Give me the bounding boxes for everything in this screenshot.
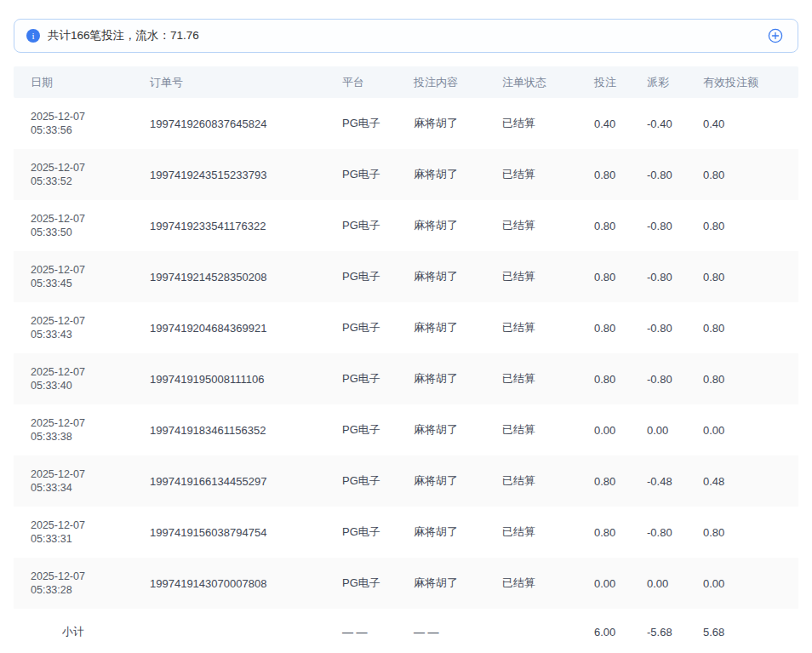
cell-platform: PG电子 (325, 353, 397, 404)
cell-date: 2025-12-07 05:33:45 (14, 251, 133, 302)
cell-bet: 0.80 (577, 200, 630, 251)
cell-payout: -0.80 (630, 302, 686, 353)
cell-order-no: 1997419195008111106 (133, 353, 325, 404)
cell-date: 2025-12-07 05:33:38 (14, 404, 133, 455)
cell-valid-bet: 0.48 (686, 455, 798, 507)
table-header: 日期 订单号 平台 投注内容 注单状态 投注 派彩 有效投注额 (14, 66, 798, 98)
table-row: 2025-12-07 05:33:52 1997419243515233793 … (14, 149, 798, 200)
cell-date-time: 05:33:43 (31, 328, 133, 341)
cell-date: 2025-12-07 05:33:34 (14, 455, 133, 507)
table-row: 2025-12-07 05:33:34 1997419166134455297 … (14, 455, 798, 507)
cell-order-no: 1997419183461156352 (133, 404, 325, 455)
subtotal-row: 小计 — — — — 6.00 -5.68 5.68 (14, 609, 798, 653)
summary-text: 共计166笔投注，流水：71.76 (48, 28, 767, 43)
cell-date-day: 2025-12-07 (31, 110, 133, 123)
cell-bet: 0.80 (577, 149, 630, 200)
cell-order-no: 1997419260837645824 (133, 98, 325, 149)
subtotal-platform: — — (325, 609, 397, 653)
table-row: 2025-12-07 05:33:40 1997419195008111106 … (14, 353, 798, 404)
cell-valid-bet: 0.80 (686, 302, 798, 353)
cell-date-time: 05:33:40 (31, 379, 133, 392)
cell-date-time: 05:33:38 (31, 430, 133, 444)
cell-bet: 0.80 (577, 455, 630, 507)
cell-status: 已结算 (485, 302, 577, 353)
cell-content: 麻将胡了 (397, 200, 485, 251)
table-row: 2025-12-07 05:33:50 1997419233541176322 … (14, 200, 798, 251)
cell-date: 2025-12-07 05:33:31 (14, 507, 133, 558)
table-body: 2025-12-07 05:33:56 1997419260837645824 … (14, 98, 798, 609)
cell-date: 2025-12-07 05:33:28 (14, 558, 133, 609)
plus-circle-icon[interactable] (767, 27, 784, 44)
cell-order-no: 1997419233541176322 (133, 200, 325, 251)
cell-content: 麻将胡了 (397, 507, 485, 558)
cell-status: 已结算 (485, 149, 577, 200)
cell-bet: 0.00 (577, 404, 630, 455)
cell-valid-bet: 0.00 (686, 558, 798, 609)
cell-status: 已结算 (485, 98, 577, 149)
cell-payout: -0.80 (630, 149, 686, 200)
cell-platform: PG电子 (325, 200, 397, 251)
cell-content: 麻将胡了 (397, 251, 485, 302)
header-platform: 平台 (325, 66, 397, 98)
cell-platform: PG电子 (325, 149, 397, 200)
cell-content: 麻将胡了 (397, 302, 485, 353)
cell-payout: -0.40 (630, 98, 686, 149)
cell-payout: 0.00 (630, 558, 686, 609)
cell-content: 麻将胡了 (397, 558, 485, 609)
header-content: 投注内容 (397, 66, 485, 98)
summary-banner: i 共计166笔投注，流水：71.76 (14, 19, 798, 53)
subtotal-valid-bet: 5.68 (686, 609, 798, 653)
cell-date-time: 05:33:28 (31, 583, 133, 597)
subtotal-status (485, 609, 577, 653)
table-row: 2025-12-07 05:33:31 1997419156038794754 … (14, 507, 798, 558)
cell-date-day: 2025-12-07 (31, 263, 133, 277)
cell-date-time: 05:33:50 (31, 226, 133, 239)
cell-bet: 0.80 (577, 507, 630, 558)
table-row: 2025-12-07 05:33:28 1997419143070007808 … (14, 558, 798, 609)
header-status: 注单状态 (485, 66, 577, 98)
cell-bet: 0.00 (577, 558, 630, 609)
table-row: 2025-12-07 05:33:56 1997419260837645824 … (14, 98, 798, 149)
cell-bet: 0.80 (577, 302, 630, 353)
cell-platform: PG电子 (325, 251, 397, 302)
cell-date-time: 05:33:34 (31, 481, 133, 495)
cell-date: 2025-12-07 05:33:52 (14, 149, 133, 200)
table-row: 2025-12-07 05:33:43 1997419204684369921 … (14, 302, 798, 353)
cell-status: 已结算 (485, 404, 577, 455)
cell-order-no: 1997419204684369921 (133, 302, 325, 353)
subtotal-payout: -5.68 (630, 609, 686, 653)
cell-valid-bet: 0.80 (686, 251, 798, 302)
table-footer: 小计 — — — — 6.00 -5.68 5.68 (14, 609, 798, 653)
cell-content: 麻将胡了 (397, 455, 485, 507)
cell-status: 已结算 (485, 251, 577, 302)
cell-order-no: 1997419156038794754 (133, 507, 325, 558)
cell-date-day: 2025-12-07 (31, 518, 133, 532)
header-payout: 派彩 (630, 66, 686, 98)
header-order-no: 订单号 (133, 66, 325, 98)
cell-valid-bet: 0.80 (686, 353, 798, 404)
cell-content: 麻将胡了 (397, 149, 485, 200)
cell-bet: 0.80 (577, 353, 630, 404)
cell-platform: PG电子 (325, 404, 397, 455)
cell-date-day: 2025-12-07 (31, 365, 133, 379)
cell-date-day: 2025-12-07 (31, 212, 133, 226)
cell-platform: PG电子 (325, 302, 397, 353)
cell-bet: 0.80 (577, 251, 630, 302)
cell-payout: 0.00 (630, 404, 686, 455)
bet-records-table: 日期 订单号 平台 投注内容 注单状态 投注 派彩 有效投注额 2025-12-… (14, 66, 798, 653)
cell-payout: -0.80 (630, 353, 686, 404)
cell-content: 麻将胡了 (397, 98, 485, 149)
cell-payout: -0.80 (630, 200, 686, 251)
table-row: 2025-12-07 05:33:45 1997419214528350208 … (14, 251, 798, 302)
cell-order-no: 1997419143070007808 (133, 558, 325, 609)
cell-payout: -0.80 (630, 251, 686, 302)
cell-status: 已结算 (485, 455, 577, 507)
cell-date: 2025-12-07 05:33:56 (14, 98, 133, 149)
header-date: 日期 (14, 66, 133, 98)
cell-platform: PG电子 (325, 558, 397, 609)
cell-date-time: 05:33:31 (31, 532, 133, 546)
cell-order-no: 1997419166134455297 (133, 455, 325, 507)
cell-content: 麻将胡了 (397, 353, 485, 404)
cell-date: 2025-12-07 05:33:43 (14, 302, 133, 353)
header-valid-bet: 有效投注额 (686, 66, 798, 98)
